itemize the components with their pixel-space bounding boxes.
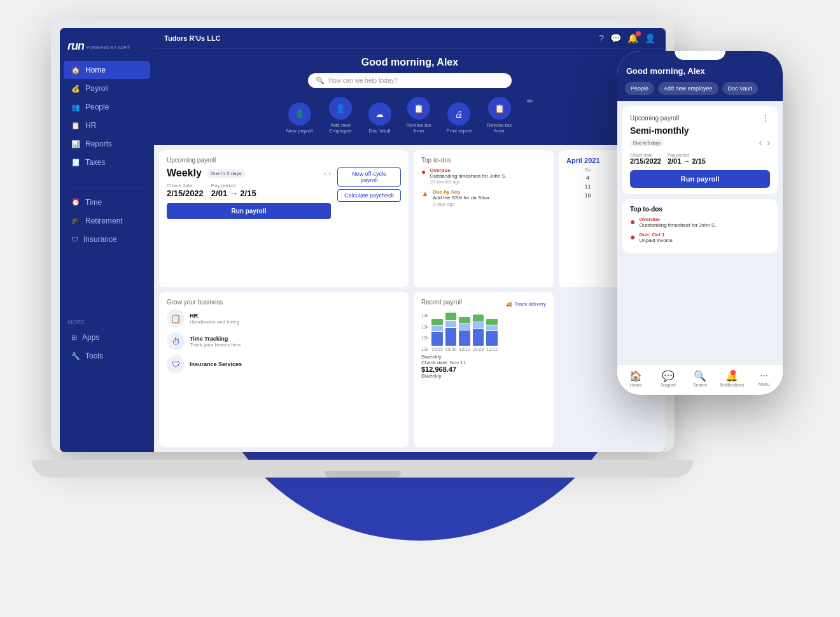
bar-stack-0915 (431, 314, 443, 346)
search-icon: 🔍 (316, 76, 325, 85)
edit-quick-actions-icon[interactable]: ✏ (527, 97, 533, 106)
sidebar-item-reports[interactable]: 📊 Reports (64, 135, 150, 153)
time-icon: ⏰ (71, 198, 80, 206)
review-tax-2-icon: 📋 (488, 97, 511, 120)
quick-action-review-tax-2[interactable]: 📋 Review tax from (482, 97, 517, 134)
phone-nav-search-label: Search (693, 383, 707, 387)
bar-1012: 10/12 (459, 315, 470, 351)
phone-due-badge: Due in 5 days (630, 139, 664, 146)
phone-action-add-employee[interactable]: Add new employee (658, 82, 718, 95)
sidebar-item-hr[interactable]: 📋 HR (64, 117, 150, 134)
phone-todo-1-status: Overdue (639, 216, 716, 222)
sidebar: run POWERED BY ADP® 🏠 Home 💰 Payroll (60, 28, 154, 452)
todo-1-status: Overdue (430, 167, 507, 173)
bar-seg-light-1028 (473, 322, 484, 329)
phone-nav-notifications[interactable]: 🔔 Notifications (716, 370, 748, 387)
phone-upcoming-payroll-card: Upcoming payroll ⋮ Semi-monthly Due in 5… (622, 106, 778, 194)
phone-nav-menu[interactable]: ··· Menu (748, 370, 780, 387)
track-delivery-link[interactable]: 🚚 Track delivery (506, 301, 547, 307)
sidebar-item-time[interactable]: ⏰ Time (64, 194, 150, 211)
phone-prev-arrow[interactable]: ‹ (759, 138, 762, 148)
phone-nav-support[interactable]: 💬 Support (652, 370, 683, 387)
todo-1-text: Outstanding timesheet for John S. (430, 173, 507, 180)
sidebar-label-taxes: Taxes (85, 158, 105, 167)
bar-seg-light-0930 (445, 321, 457, 327)
new-offcycle-button[interactable]: New off-cycle payroll (337, 167, 401, 187)
summary2-label: Biweekly (421, 373, 546, 379)
recent-payroll-card: Recent payroll 🚚 Track delivery 14k (414, 292, 554, 447)
bar-seg-light-1012 (459, 324, 470, 330)
todo-2-meta: 2 days ago (433, 202, 489, 206)
sidebar-item-retirement[interactable]: 🎓 Retirement (64, 212, 150, 230)
due-badge: Due in 5 days (207, 169, 246, 178)
bar-seg-green-0930 (445, 313, 457, 320)
y-14k: 14k (421, 313, 428, 318)
chart-yaxis: 14k 13k 12k 11k (421, 313, 428, 351)
phone-nav-home-label: Home (630, 383, 642, 387)
bar-label-1028: 10/28 (473, 347, 484, 351)
grow-insurance-icon: 🛡 (167, 355, 185, 373)
phone-screen: Good morning, Alex People Add new employ… (617, 51, 783, 364)
grow-item-time[interactable]: ⏱ Time Tracking Track your team's time (167, 332, 401, 350)
bar-seg-blue-1111 (486, 331, 498, 346)
add-employee-label: Add new Employee (323, 122, 358, 134)
grow-item-hr[interactable]: 📋 HR Handbooks and hiring (167, 309, 401, 327)
phone-nav-support-icon: 💬 (662, 370, 675, 382)
people-icon: 👥 (71, 103, 80, 111)
payroll-summary: Biweekly Check date: Nov 11 $12,968.47 B… (421, 354, 546, 379)
sidebar-item-payroll[interactable]: 💰 Payroll (64, 80, 150, 97)
todos-card: Top to-dos ● Overdue Outstanding timeshe… (414, 150, 554, 287)
quick-action-add-employee[interactable]: 👤 Add new Employee (323, 97, 358, 134)
run-payroll-button[interactable]: Run payroll (167, 203, 331, 219)
quick-actions-bar: 💲 New payroll 👤 Add new Employee ☁ Doc V (167, 94, 653, 139)
phone-nav-search[interactable]: 🔍 Search (684, 370, 716, 387)
quick-action-print-report[interactable]: 🖨 Print report (447, 103, 472, 134)
sidebar-item-home[interactable]: 🏠 Home (64, 61, 150, 79)
prev-arrow[interactable]: ‹ (324, 169, 326, 177)
bar-stack-0930 (445, 311, 457, 346)
search-bar[interactable]: 🔍 How can we help today? (308, 73, 512, 88)
chat-icon[interactable]: 💬 (610, 33, 621, 43)
new-payroll-icon: 💲 (288, 103, 311, 125)
period-label: Weekly (167, 167, 202, 179)
bar-stack-1028 (473, 313, 484, 346)
phone-payroll-header: Upcoming payroll ⋮ (630, 113, 770, 123)
phone-quick-actions: People Add new employee Doc Vault (617, 82, 783, 101)
help-icon[interactable]: ? (599, 33, 604, 43)
search-placeholder: How can we help today? (328, 77, 398, 84)
sidebar-item-tools[interactable]: 🔧 Tools (64, 347, 150, 365)
grow-hr-info: HR Handbooks and hiring (190, 313, 239, 325)
phone-payroll-menu-icon[interactable]: ⋮ (761, 113, 770, 123)
dashboard-hero: Good morning, Alex 🔍 How can we help tod… (154, 49, 666, 145)
bar-seg-green-0915 (431, 319, 443, 325)
sidebar-label-apps: Apps (82, 333, 99, 342)
bar-stack-1012 (459, 315, 470, 346)
phone-run-payroll-button[interactable]: Run payroll (630, 170, 770, 188)
user-icon[interactable]: 👤 (645, 33, 655, 43)
laptop-base (32, 460, 694, 478)
sidebar-item-insurance[interactable]: 🛡 Insurance (64, 230, 150, 248)
phone-next-arrow[interactable]: › (767, 138, 770, 148)
phone-action-doc-vault[interactable]: Doc Vault (722, 82, 758, 95)
quick-action-doc-vault[interactable]: ☁ Doc Vault (368, 103, 391, 134)
upcoming-payroll-card: Upcoming payroll Weekly Due in 5 days ‹ (159, 150, 409, 287)
bell-icon[interactable]: 🔔 (627, 33, 638, 43)
check-date-group: Check date 2/15/2022 (167, 183, 204, 198)
quick-action-new-payroll[interactable]: 💲 New payroll (286, 103, 313, 134)
sidebar-label-retirement: Retirement (85, 216, 123, 225)
bar-label-0930: 09/30 (445, 347, 457, 351)
sidebar-item-apps[interactable]: ⊞ Apps (64, 329, 150, 346)
phone-nav-home[interactable]: 🏠 Home (620, 370, 652, 387)
phone-greeting: Good morning, Alex (617, 61, 783, 82)
next-arrow[interactable]: › (328, 169, 331, 177)
sidebar-more-label: More (60, 316, 154, 328)
sidebar-item-taxes[interactable]: 🧾 Taxes (64, 153, 150, 171)
phone-check-date-label: Check date (630, 153, 661, 157)
grow-item-insurance[interactable]: 🛡 Insurance Services (167, 355, 401, 373)
sidebar-item-people[interactable]: 👥 People (64, 98, 150, 116)
sidebar-more-nav: ⏰ Time 🎓 Retirement 🛡 Insurance (60, 193, 154, 317)
sidebar-label-tools: Tools (85, 351, 103, 360)
quick-action-review-tax-1[interactable]: 📋 Review tax from (402, 97, 437, 134)
phone-action-people[interactable]: People (625, 82, 654, 95)
calculate-paycheck-button[interactable]: Calculate paycheck (337, 189, 401, 202)
